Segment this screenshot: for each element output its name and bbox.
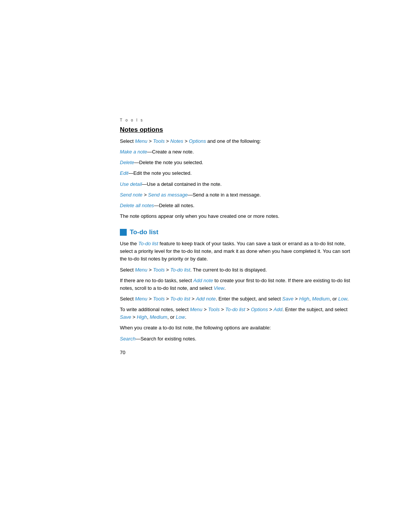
page-number: 70 <box>120 350 358 355</box>
link-medium-1[interactable]: Medium <box>312 296 330 302</box>
blue-square-icon <box>120 229 127 236</box>
link-todo-list-2[interactable]: To-do list <box>170 267 190 273</box>
todo-para2: Select Menu > Tools > To-do list. The cu… <box>120 266 358 274</box>
link-menu-3[interactable]: Menu <box>135 296 148 302</box>
link-menu-4[interactable]: Menu <box>190 307 202 312</box>
link-add-note-2[interactable]: Add note <box>196 296 216 302</box>
link-tools-1[interactable]: Tools <box>153 138 165 144</box>
link-add-note-1[interactable]: Add note <box>193 278 213 283</box>
link-high-1[interactable]: High <box>299 296 309 302</box>
delete-all-notes-item: Delete all notes—Delete all notes. <box>120 202 358 209</box>
send-note-item: Send note > Send as message—Send a note … <box>120 191 358 199</box>
link-options-1[interactable]: Options <box>189 138 206 144</box>
link-notes-1[interactable]: Notes <box>170 138 183 144</box>
link-tools-4[interactable]: Tools <box>208 307 220 312</box>
link-todo-list-4[interactable]: To-do list <box>225 307 245 312</box>
link-low-2[interactable]: Low <box>176 314 185 320</box>
link-tools-2[interactable]: Tools <box>153 267 165 273</box>
link-todo-list-1[interactable]: To-do list <box>138 241 158 246</box>
todo-heading: To-do list <box>130 228 158 236</box>
search-option: Search—Search for existing notes. <box>120 335 358 343</box>
link-send-note[interactable]: Send note <box>120 192 142 198</box>
link-delete[interactable]: Delete <box>120 160 134 165</box>
link-search[interactable]: Search <box>120 336 135 342</box>
link-edit[interactable]: Edit <box>120 170 128 176</box>
todo-para6: When you create a to-do list note, the f… <box>120 324 358 332</box>
todo-para1: Use the To-do list feature to keep track… <box>120 240 358 263</box>
link-menu-2[interactable]: Menu <box>135 267 148 273</box>
link-menu-1[interactable]: Menu <box>135 138 148 144</box>
link-low-1[interactable]: Low <box>338 296 347 302</box>
notes-footer: The note options appear only when you ha… <box>120 212 358 220</box>
notes-intro-paragraph: Select Menu > Tools > Notes > Options an… <box>120 137 358 145</box>
todo-para3: If there are no to-do tasks, select Add … <box>120 277 358 292</box>
link-use-detail[interactable]: Use detail <box>120 181 142 187</box>
link-tools-3[interactable]: Tools <box>153 296 165 302</box>
link-save-1[interactable]: Save <box>282 296 294 302</box>
todo-para5: To write additional notes, select Menu >… <box>120 306 358 321</box>
notes-options-heading: Notes options <box>120 126 358 134</box>
link-todo-list-3[interactable]: To-do list <box>170 296 190 302</box>
link-send-as-message[interactable]: Send as message <box>148 192 188 198</box>
content-area: T o o l s Notes options Select Menu > To… <box>120 0 358 393</box>
link-view[interactable]: View <box>213 285 224 291</box>
todo-para4: Select Menu > Tools > To-do list > Add n… <box>120 295 358 303</box>
make-a-note-item: Make a note—Create a new note. <box>120 148 358 156</box>
link-add[interactable]: Add <box>274 307 282 312</box>
link-options-2[interactable]: Options <box>251 307 268 312</box>
link-medium-2[interactable]: Medium <box>150 314 167 320</box>
todo-heading-container: To-do list <box>120 228 358 236</box>
page-container: T o o l s Notes options Select Menu > To… <box>0 0 411 532</box>
link-delete-all-notes[interactable]: Delete all notes <box>120 203 154 208</box>
link-make-a-note[interactable]: Make a note <box>120 149 147 155</box>
section-label: T o o l s <box>120 118 358 122</box>
link-high-2[interactable]: High <box>137 314 147 320</box>
delete-item: Delete—Delete the note you selected. <box>120 159 358 166</box>
link-save-2[interactable]: Save <box>120 314 131 320</box>
use-detail-item: Use detail—Use a detail contained in the… <box>120 181 358 188</box>
edit-item: Edit—Edit the note you selected. <box>120 169 358 177</box>
